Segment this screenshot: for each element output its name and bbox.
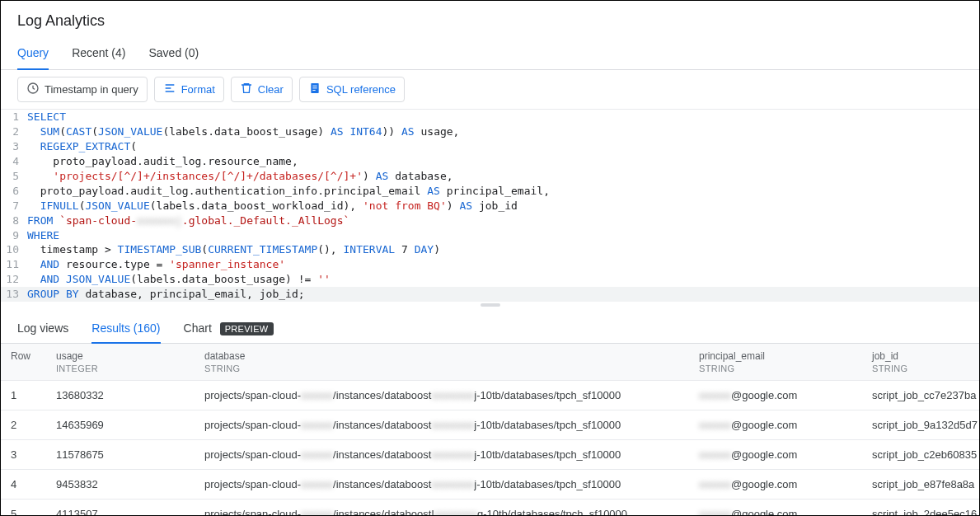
tab-recent[interactable]: Recent (4) (72, 38, 125, 69)
cell-usage: 13680332 (46, 381, 195, 410)
query-toolbar: Timestamp in query Format Clear SQL refe… (1, 70, 979, 109)
tab-query[interactable]: Query (17, 38, 49, 69)
row-number: 1 (1, 381, 46, 410)
cell-email: xxxxxx@google.com (689, 470, 862, 499)
results-tabs: Log views Results (160) Chart PREVIEW (1, 308, 979, 344)
svg-rect-3 (312, 87, 317, 88)
cell-email: xxxxxx@google.com (689, 440, 862, 469)
col-job-header[interactable]: job_idSTRING (862, 344, 979, 380)
trash-icon (240, 82, 253, 97)
row-number: 4 (1, 470, 46, 499)
col-database-header[interactable]: databaseSTRING (195, 344, 689, 380)
table-row[interactable]: 214635969projects/span-cloud-xxxxxx/inst… (1, 410, 979, 440)
row-number: 3 (1, 440, 46, 469)
page-header: Log Analytics (1, 1, 979, 38)
timestamp-button[interactable]: Timestamp in query (17, 77, 148, 102)
col-email-header[interactable]: principal_emailSTRING (689, 344, 862, 380)
cell-usage: 4113507 (46, 500, 195, 516)
format-icon (163, 82, 176, 97)
cell-email: xxxxxx@google.com (689, 381, 862, 410)
preview-badge: PREVIEW (220, 322, 274, 335)
row-number: 2 (1, 410, 46, 439)
table-row[interactable]: 311578675projects/span-cloud-xxxxxx/inst… (1, 440, 979, 470)
tab-saved[interactable]: Saved (0) (148, 38, 199, 69)
clock-icon (26, 82, 40, 97)
clear-button[interactable]: Clear (231, 77, 293, 102)
table-row[interactable]: 113680332projects/span-cloud-xxxxxx/inst… (1, 381, 979, 410)
sql-reference-button[interactable]: SQL reference (299, 77, 405, 102)
main-tabs: Query Recent (4) Saved (0) (1, 38, 979, 70)
cell-job: script_job_e87fe8a8a (862, 470, 979, 499)
page-title: Log Analytics (17, 12, 963, 30)
tab-log-views[interactable]: Log views (17, 315, 68, 343)
svg-rect-4 (312, 90, 315, 91)
cell-job: script_job_2dee5ec16 (862, 500, 979, 516)
table-row[interactable]: 54113507projects/span-cloud-xxxxxx/insta… (1, 500, 979, 516)
table-row[interactable]: 49453832projects/span-cloud-xxxxxx/insta… (1, 470, 979, 500)
cell-database: projects/span-cloud-xxxxxx/instances/dat… (195, 440, 689, 469)
sql-editor[interactable]: 1SELECT 2 SUM(CAST(JSON_VALUE(labels.dat… (1, 109, 979, 302)
cell-job: script_job_9a132d5d7 (862, 410, 979, 439)
cell-database: projects/span-cloud-xxxxxx/instances/dat… (195, 381, 689, 410)
col-row-header: Row (1, 344, 46, 380)
cell-database: projects/span-cloud-xxxxxx/instances/dat… (195, 410, 689, 439)
col-usage-header[interactable]: usageINTEGER (46, 344, 195, 380)
timestamp-label: Timestamp in query (45, 83, 138, 96)
results-body: 113680332projects/span-cloud-xxxxxx/inst… (1, 381, 979, 516)
cell-usage: 11578675 (46, 440, 195, 469)
tab-results[interactable]: Results (160) (91, 315, 160, 343)
chart-tab-label: Chart (184, 321, 212, 335)
cell-usage: 9453832 (46, 470, 195, 499)
row-number: 5 (1, 500, 46, 516)
cell-usage: 14635969 (46, 410, 195, 439)
cell-database: projects/span-cloud-xxxxxx/instances/dat… (195, 470, 689, 499)
tab-chart[interactable]: Chart PREVIEW (184, 315, 274, 343)
results-header: Row usageINTEGER databaseSTRING principa… (1, 344, 979, 381)
document-icon (308, 82, 321, 97)
format-label: Format (181, 83, 215, 96)
cell-email: xxxxxx@google.com (689, 410, 862, 439)
cell-job: script_job_c2eb60835 (862, 440, 979, 469)
cell-database: projects/span-cloud-xxxxxx/instances/dat… (195, 500, 689, 516)
sqlref-label: SQL reference (326, 83, 396, 96)
resize-handle[interactable] (1, 302, 979, 308)
svg-rect-2 (312, 86, 317, 87)
cell-email: xxxxxx@google.com (689, 500, 862, 516)
format-button[interactable]: Format (154, 77, 224, 102)
cell-job: script_job_cc7e237ba (862, 381, 979, 410)
clear-label: Clear (258, 83, 284, 96)
